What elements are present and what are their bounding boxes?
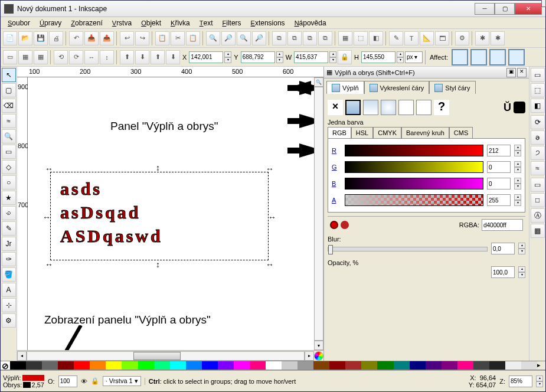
toolbar-button[interactable]: ⧉ — [318, 31, 332, 45]
tool-left-0[interactable]: ↖ — [2, 68, 16, 82]
affect-button-0[interactable] — [452, 49, 468, 66]
toolbar-button[interactable]: 💾 — [34, 31, 48, 45]
palette-swatch[interactable] — [521, 361, 537, 370]
palette-swatch[interactable] — [58, 361, 74, 370]
toolbar-button[interactable]: 🔎 — [252, 31, 266, 45]
toolbar-button[interactable]: ↶ — [69, 31, 83, 45]
palette-scroll-right[interactable]: ▸ — [537, 361, 545, 370]
handle-n[interactable]: ↕ — [156, 163, 164, 171]
menu-vrstva[interactable]: Vrstva — [107, 18, 136, 28]
tool-left-11[interactable]: Jr — [2, 237, 16, 251]
scroll-right-button[interactable]: ▸ — [305, 351, 314, 361]
tool-right-9[interactable]: ▭ — [531, 178, 545, 192]
toolbar-button[interactable]: ✱ — [491, 31, 505, 45]
layer-selector[interactable]: · Vrstva 1 ▾ — [103, 376, 141, 386]
toolbar-button[interactable]: ▦ — [18, 50, 32, 64]
toolbar-button[interactable]: ▦ — [34, 50, 48, 64]
channel-slider-b[interactable] — [345, 178, 483, 190]
maximize-button[interactable]: ▢ — [495, 3, 515, 15]
spinner[interactable]: ▴▾ — [224, 51, 231, 63]
tool-left-13[interactable]: 🪣 — [2, 267, 16, 282]
toolbar-button[interactable]: ▦ — [338, 31, 352, 45]
toolbar-button[interactable]: ⬇ — [135, 50, 149, 64]
coord-input-h[interactable] — [361, 51, 395, 63]
toolbar-button[interactable]: ▭ — [3, 50, 17, 64]
fill-evenodd-icon[interactable]: Ŭ — [504, 102, 511, 114]
toolbar-button[interactable]: ⚙ — [455, 31, 469, 45]
palette-swatch[interactable] — [42, 361, 58, 370]
menu-objekt[interactable]: Objekt — [136, 18, 166, 28]
spinner[interactable]: ▴▾ — [276, 51, 283, 63]
toolbar-button[interactable]: ⬆ — [120, 50, 134, 64]
affect-button-3[interactable] — [508, 49, 525, 66]
tool-left-6[interactable]: ◇ — [2, 160, 16, 174]
spinner[interactable]: ▴▾ — [329, 51, 336, 63]
channel-slider-g[interactable] — [345, 161, 483, 173]
paint-none-button[interactable]: × — [328, 100, 343, 115]
toolbar-button[interactable]: ◧ — [369, 31, 383, 45]
palette-swatch[interactable] — [106, 361, 122, 370]
toolbar-button[interactable]: T — [404, 31, 419, 45]
palette-swatch[interactable] — [442, 361, 457, 370]
toolbar-button[interactable]: ⬚ — [354, 31, 368, 45]
spinner[interactable]: ▴▾ — [514, 145, 521, 156]
dialog-titlebar[interactable]: ▦ Výplň a obrys (Shift+Ctrl+F) ▣ ✕ — [324, 67, 529, 79]
lock-aspect-button[interactable]: 🔒 — [338, 50, 352, 64]
toolbar-button[interactable]: 📋 — [186, 31, 200, 45]
palette-swatch[interactable] — [202, 361, 218, 370]
tool-right-6[interactable]: ੭ — [531, 146, 545, 160]
color-picker-icon[interactable] — [314, 351, 323, 361]
menu-nápověda[interactable]: Nápověda — [290, 18, 331, 28]
menu-zobrazení[interactable]: Zobrazení — [66, 18, 107, 28]
colormode-tab-rgb[interactable]: RGB — [328, 127, 351, 138]
menu-extensions[interactable]: Extensions — [246, 18, 290, 28]
toolbar-button[interactable]: 📄 — [3, 31, 17, 45]
menu-křivka[interactable]: Křivka — [166, 18, 195, 28]
palette-swatch[interactable] — [457, 361, 473, 370]
tool-left-16[interactable]: ⚙ — [2, 313, 16, 328]
toolbar-button[interactable]: ↕ — [100, 50, 114, 64]
tool-left-15[interactable]: ⊹ — [2, 298, 16, 312]
colormode-tab-hsl[interactable]: HSL — [351, 127, 373, 138]
colormode-tab-barevný kruh[interactable]: Barevný kruh — [401, 127, 449, 138]
toolbar-button[interactable]: ⧉ — [272, 31, 286, 45]
palette-swatch[interactable] — [122, 361, 138, 370]
channel-slider-a[interactable] — [345, 194, 483, 206]
handle-se[interactable]: ↔ — [266, 260, 274, 268]
toolbar-button[interactable]: 🔍 — [237, 31, 251, 45]
text-object-2[interactable]: asDsqad — [60, 202, 140, 223]
channel-slider-r[interactable] — [345, 145, 483, 156]
zoom-spinner[interactable]: ▴▾ — [536, 375, 543, 387]
toolbar-button[interactable]: ⬇ — [166, 50, 180, 64]
toolbar-button[interactable]: ✂ — [171, 31, 185, 45]
toolbar-button[interactable]: 📐 — [420, 31, 434, 45]
fill-swatch[interactable] — [22, 375, 44, 381]
fill-nonzero-icon[interactable] — [514, 102, 525, 113]
toolbar-button[interactable]: 📋 — [155, 31, 169, 45]
channel-input-a[interactable] — [487, 194, 511, 206]
text-object-3[interactable]: ASDqaswd — [60, 226, 163, 246]
toolbar-button[interactable]: 📂 — [18, 31, 32, 45]
toolbar-button[interactable]: 📤 — [100, 31, 114, 45]
palette-swatch[interactable] — [138, 361, 154, 370]
palette-swatch[interactable] — [90, 361, 106, 370]
tool-left-2[interactable]: ⌫ — [2, 99, 16, 113]
paint-radial-button[interactable] — [381, 100, 396, 115]
palette-swatch[interactable] — [282, 361, 297, 370]
palette-swatch[interactable] — [473, 361, 489, 370]
palette-swatch[interactable] — [74, 361, 90, 370]
paint-linear-button[interactable] — [363, 100, 378, 115]
rgba-input[interactable] — [482, 219, 523, 231]
palette-swatch[interactable] — [186, 361, 202, 370]
eye-icon[interactable]: 👁 — [81, 378, 87, 385]
palette-swatch[interactable] — [377, 361, 393, 370]
toolbar-button[interactable]: ⧉ — [287, 31, 302, 45]
palette-swatch[interactable] — [170, 361, 186, 370]
tool-left-8[interactable]: ★ — [2, 191, 16, 205]
tool-right-0[interactable]: ▭ — [531, 68, 545, 82]
palette-swatch[interactable] — [250, 361, 266, 370]
tool-left-4[interactable]: 🔍 — [2, 129, 16, 143]
stroke-swatch[interactable] — [23, 382, 30, 388]
palette-swatch[interactable] — [361, 361, 377, 370]
handle-sw[interactable]: ↔ — [45, 260, 53, 268]
